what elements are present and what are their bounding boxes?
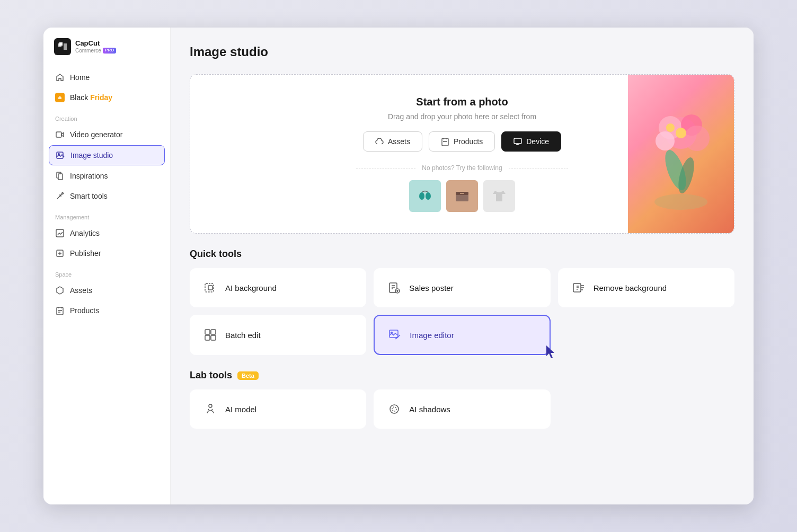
sidebar-item-analytics[interactable]: Analytics — [49, 224, 165, 243]
app-window: CapCut Commerce PRO Home — [43, 28, 754, 504]
sidebar-item-publisher[interactable]: Publisher — [49, 244, 165, 263]
tool-image-editor[interactable]: Image editor — [374, 315, 550, 355]
upload-subtitle: Drag and drop your photo here or select … — [388, 112, 536, 121]
section-creation: Creation — [49, 108, 165, 125]
assets-icon — [55, 286, 65, 295]
tool-sales-poster[interactable]: Sales poster — [374, 268, 550, 307]
sidebar-item-black-friday[interactable]: Black Friday — [49, 88, 165, 107]
remove-bg-icon — [571, 280, 586, 295]
analytics-icon — [55, 228, 65, 238]
sidebar-item-image-studio-label: Image studio — [70, 151, 113, 159]
box-icon — [441, 137, 449, 146]
svg-point-20 — [656, 131, 675, 150]
cloud-icon — [375, 137, 384, 146]
sidebar: CapCut Commerce PRO Home — [43, 28, 171, 504]
logo-icon — [54, 38, 71, 55]
sidebar-item-publisher-label: Publisher — [70, 249, 101, 258]
products-icon — [55, 306, 65, 315]
video-icon — [55, 130, 65, 139]
svg-rect-12 — [514, 138, 521, 144]
home-icon — [55, 73, 65, 82]
brand-name: CapCut — [75, 40, 116, 47]
svg-rect-33 — [211, 330, 216, 334]
monitor-icon — [513, 137, 522, 146]
sidebar-item-home-label: Home — [70, 73, 90, 82]
svg-rect-11 — [442, 138, 448, 146]
tool-sales-poster-label: Sales poster — [409, 283, 453, 292]
ai-shadows-icon — [387, 402, 402, 416]
brand-sub: Commerce PRO — [75, 48, 116, 54]
tool-ai-model[interactable]: AI model — [190, 389, 366, 429]
image-editor-icon — [387, 327, 402, 342]
logo-area: CapCut Commerce PRO — [43, 38, 170, 68]
tool-batch-edit[interactable]: Batch edit — [190, 315, 366, 355]
sidebar-item-assets[interactable]: Assets — [49, 281, 165, 300]
svg-point-38 — [209, 404, 212, 407]
sample-images — [409, 180, 515, 212]
sidebar-item-video-generator[interactable]: Video generator — [49, 125, 165, 144]
sales-poster-icon — [387, 280, 402, 295]
svg-point-14 — [426, 192, 431, 200]
tool-remove-background-label: Remove background — [594, 283, 667, 292]
svg-point-40 — [392, 407, 396, 411]
ai-model-icon — [203, 402, 218, 416]
svg-rect-32 — [205, 330, 210, 334]
tool-ai-shadows-label: AI shadows — [409, 405, 450, 414]
svg-point-26 — [654, 194, 707, 210]
page-title: Image studio — [190, 45, 734, 59]
beta-badge: Beta — [237, 371, 259, 380]
logo-text: CapCut Commerce PRO — [75, 40, 116, 53]
sidebar-item-inspirations[interactable]: Inspirations — [49, 166, 165, 185]
sidebar-item-image-studio[interactable]: Image studio — [49, 145, 165, 165]
divider-text: No photos? Try the following — [356, 164, 568, 172]
sidebar-item-home[interactable]: Home — [49, 68, 165, 87]
tag-icon — [55, 93, 65, 102]
svg-rect-6 — [58, 174, 63, 180]
svg-point-21 — [684, 126, 710, 151]
sidebar-item-products-label: Products — [70, 306, 99, 315]
svg-rect-34 — [205, 335, 210, 340]
sidebar-item-assets-label: Assets — [70, 286, 92, 295]
sidebar-item-products[interactable]: Products — [49, 301, 165, 320]
publisher-icon — [55, 249, 65, 258]
device-button[interactable]: Device — [501, 131, 561, 152]
quick-tools-title: Quick tools — [190, 249, 734, 260]
svg-point-23 — [666, 123, 675, 132]
sample-image-2[interactable] — [446, 180, 478, 212]
pro-badge: PRO — [103, 48, 116, 54]
smart-tools-icon — [55, 191, 65, 201]
svg-rect-0 — [54, 38, 71, 55]
flower-decoration — [628, 75, 734, 233]
sidebar-item-smart-tools[interactable]: Smart tools — [49, 187, 165, 206]
device-button-label: Device — [526, 137, 549, 146]
tool-remove-background[interactable]: Remove background — [558, 268, 734, 307]
upload-title: Start from a photo — [416, 96, 508, 108]
sample-image-1[interactable] — [409, 180, 441, 212]
ai-bg-icon — [203, 280, 218, 295]
batch-edit-icon — [203, 327, 218, 342]
inspiration-icon — [55, 171, 65, 181]
sample-image-3[interactable] — [483, 180, 515, 212]
svg-rect-10 — [57, 307, 63, 315]
upload-buttons: Assets Products Device — [363, 131, 561, 152]
svg-point-22 — [676, 128, 686, 138]
black-friday-label: Black Friday — [70, 93, 112, 102]
sidebar-item-smart-tools-label: Smart tools — [70, 192, 108, 200]
image-studio-icon — [56, 150, 65, 160]
tool-image-editor-label: Image editor — [410, 331, 454, 340]
section-space: Space — [49, 264, 165, 281]
section-management: Management — [49, 207, 165, 224]
tool-ai-background[interactable]: AI background — [190, 268, 366, 307]
quick-tools-grid: AI background Sales poster — [190, 268, 734, 355]
upload-area[interactable]: Start from a photo Drag and drop your ph… — [190, 74, 734, 234]
products-button-label: Products — [454, 137, 483, 146]
tool-ai-background-label: AI background — [225, 283, 277, 292]
cursor-indicator — [542, 343, 559, 360]
tool-ai-shadows[interactable]: AI shadows — [374, 389, 550, 429]
products-button[interactable]: Products — [429, 131, 495, 152]
lab-tools-section: Lab tools Beta AI model — [190, 370, 734, 429]
svg-rect-2 — [56, 132, 61, 137]
svg-point-39 — [390, 405, 398, 413]
tool-batch-edit-label: Batch edit — [225, 331, 261, 340]
assets-button[interactable]: Assets — [363, 131, 422, 152]
